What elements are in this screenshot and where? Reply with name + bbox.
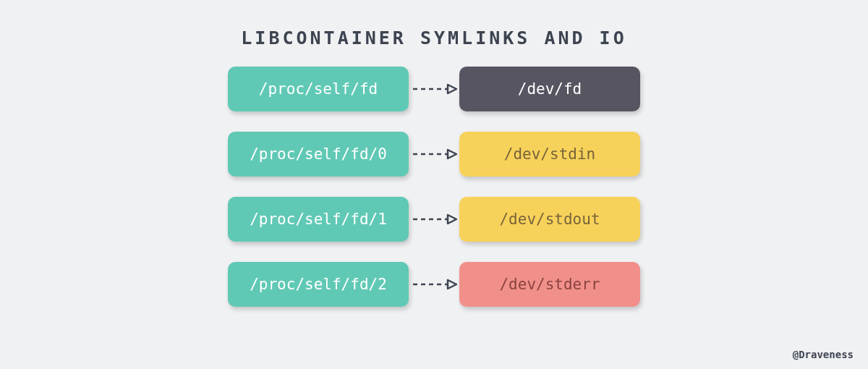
- svg-marker-5: [448, 215, 456, 224]
- symlink-row: /proc/self/fd/1 /dev/stdout: [228, 197, 640, 242]
- target-box: /dev/fd: [459, 67, 640, 111]
- source-box: /proc/self/fd/2: [228, 262, 409, 307]
- arrow-icon: [409, 67, 459, 111]
- target-box: /dev/stdout: [459, 197, 640, 242]
- symlink-row: /proc/self/fd/2 /dev/stderr: [228, 262, 640, 307]
- symlink-row: /proc/self/fd/0 /dev/stdin: [228, 132, 640, 177]
- target-box: /dev/stdin: [459, 132, 640, 177]
- symlink-row: /proc/self/fd /dev/fd: [228, 67, 640, 111]
- source-box: /proc/self/fd: [228, 67, 409, 111]
- diagram-title: LIBCONTAINER SYMLINKS AND IO: [0, 0, 868, 67]
- arrow-icon: [409, 197, 459, 242]
- source-box: /proc/self/fd/1: [228, 197, 409, 242]
- svg-marker-1: [448, 85, 456, 93]
- symlink-rows: /proc/self/fd /dev/fd /proc/self/fd/0 /d…: [0, 67, 868, 307]
- svg-marker-3: [448, 150, 456, 158]
- target-box: /dev/stderr: [459, 262, 640, 307]
- arrow-icon: [409, 262, 459, 307]
- arrow-icon: [409, 132, 459, 177]
- credit-label: @Draveness: [793, 349, 854, 360]
- svg-marker-7: [448, 280, 456, 289]
- source-box: /proc/self/fd/0: [228, 132, 409, 177]
